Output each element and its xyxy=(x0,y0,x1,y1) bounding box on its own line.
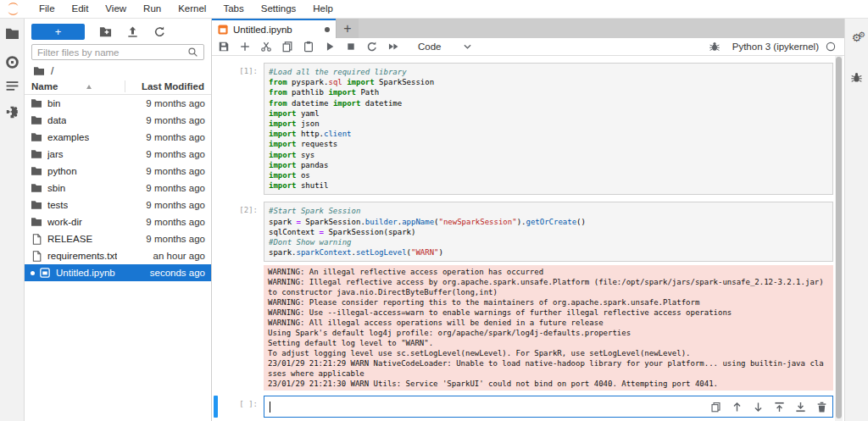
output-line: 23/01/29 21:21:29 WARN NativeCodeLoader:… xyxy=(268,358,829,368)
notebook-toolbar: Code Python 3 (ipykernel) xyxy=(212,38,844,56)
last-modified: an hour ago xyxy=(153,251,205,261)
home-folder-icon[interactable] xyxy=(33,66,45,76)
cell-editor[interactable]: #Start Spark Sessionspark = SparkSession… xyxy=(264,202,833,262)
insert-cell-below-icon[interactable] xyxy=(795,402,806,413)
file-row-requirements-txt[interactable]: requirements.txtan hour ago xyxy=(25,247,211,264)
file-row-release[interactable]: RELEASE9 months ago xyxy=(25,230,211,247)
menu-edit[interactable]: Edit xyxy=(64,0,97,18)
property-inspector-gears-icon[interactable]: ⚙⚙ xyxy=(852,32,862,47)
copy-icon[interactable] xyxy=(281,41,293,53)
file-browser-folder-icon[interactable] xyxy=(5,26,19,41)
save-icon[interactable] xyxy=(218,41,230,53)
file-browser-panel: + / xyxy=(25,19,212,421)
output-line: sses where applicable xyxy=(268,368,829,379)
file-name: python xyxy=(47,166,77,176)
run-icon[interactable] xyxy=(324,41,336,53)
code-line: spark = SparkSession.builder.appName("ne… xyxy=(269,217,828,227)
output-line: to constructor java.nio.DirectByteBuffer… xyxy=(268,287,829,297)
code-line: sqlContext = SparkSession(spark) xyxy=(269,227,828,237)
menu-kernel[interactable]: Kernel xyxy=(170,0,214,18)
menu-file[interactable]: File xyxy=(31,0,64,18)
file-name: tests xyxy=(47,200,68,210)
delete-cell-trash-icon[interactable] xyxy=(816,402,827,413)
jupyter-logo-icon xyxy=(6,2,20,16)
tab-untitled-ipynb[interactable]: Untitled.ipynb xyxy=(212,19,336,38)
file-list-header: Name Last Modified xyxy=(25,79,211,95)
file-row-bin[interactable]: bin9 months ago xyxy=(25,95,211,112)
cell-collapser[interactable] xyxy=(214,63,218,195)
move-cell-down-icon[interactable] xyxy=(753,402,764,413)
column-divider xyxy=(125,80,125,92)
new-launcher-button[interactable]: + xyxy=(31,24,85,40)
cell-editor[interactable]: #Load all the required libraryfrom pyspa… xyxy=(264,63,833,195)
stop-icon[interactable] xyxy=(345,41,357,53)
move-cell-up-icon[interactable] xyxy=(732,402,743,413)
menu-view[interactable]: View xyxy=(97,0,135,18)
file-row-work-dir[interactable]: work-dir9 months ago xyxy=(25,213,211,230)
debugger-panel-bug-icon[interactable] xyxy=(850,71,863,84)
output-line: Using Spark's default log4j profile: org… xyxy=(268,328,829,338)
cell-output-stderr: WARNING: An illegal reflective access op… xyxy=(264,265,833,391)
cell-type-select[interactable]: Code xyxy=(418,42,471,52)
output-line: Setting default log level to "WARN". xyxy=(268,338,829,348)
code-cell-2[interactable]: [2]:#Start Spark Sessionspark = SparkSes… xyxy=(214,202,844,391)
upload-icon[interactable] xyxy=(126,25,139,38)
running-kernels-icon[interactable] xyxy=(5,55,19,69)
search-icon xyxy=(187,47,198,58)
file-row-data[interactable]: data9 months ago xyxy=(25,112,211,129)
file-row-untitled-ipynb[interactable]: Untitled.ipynbseconds ago xyxy=(25,264,211,281)
file-name: Untitled.ipynb xyxy=(56,268,115,278)
menu-tabs[interactable]: Tabs xyxy=(214,0,252,18)
output-line: WARNING: Please consider reporting this … xyxy=(268,297,829,307)
code-line: #Dont Show warning xyxy=(269,237,828,247)
last-modified: 9 months ago xyxy=(146,183,205,193)
extension-manager-puzzle-icon[interactable] xyxy=(5,105,19,119)
folder-icon xyxy=(31,149,42,159)
column-header-name[interactable]: Name xyxy=(31,81,58,91)
kernel-status-idle-icon[interactable] xyxy=(826,42,836,52)
menu-help[interactable]: Help xyxy=(304,0,342,18)
run-all-icon[interactable] xyxy=(387,41,399,53)
last-modified: 9 months ago xyxy=(146,98,205,108)
file-name: requirements.txt xyxy=(47,251,117,261)
last-modified: 9 months ago xyxy=(146,234,205,244)
debugger-bug-icon[interactable] xyxy=(709,41,721,53)
menu-run[interactable]: Run xyxy=(135,0,170,18)
insert-cell-above-icon[interactable] xyxy=(774,402,785,413)
scrollbar-thumb[interactable] xyxy=(836,57,842,418)
filter-files-input[interactable] xyxy=(37,47,187,58)
new-folder-icon[interactable] xyxy=(99,25,112,38)
refresh-icon[interactable] xyxy=(153,25,166,38)
cell-collapser[interactable] xyxy=(214,202,218,391)
table-of-contents-icon[interactable] xyxy=(5,79,19,93)
breadcrumb[interactable]: / xyxy=(25,60,211,79)
kernel-name[interactable]: Python 3 (ipykernel) xyxy=(732,42,819,52)
empty-code-cell[interactable]: [ ]: xyxy=(214,396,844,418)
file-row-sbin[interactable]: sbin9 months ago xyxy=(25,180,211,197)
file-row-python[interactable]: python9 months ago xyxy=(25,163,211,180)
paste-icon[interactable] xyxy=(303,41,314,53)
file-row-tests[interactable]: tests9 months ago xyxy=(25,197,211,213)
file-row-jars[interactable]: jars9 months ago xyxy=(25,146,211,163)
menu-settings[interactable]: Settings xyxy=(253,0,305,18)
insert-cell-icon[interactable] xyxy=(239,41,251,53)
code-line: spark.sparkContext.setLogLevel("WARN") xyxy=(269,247,828,258)
file-name: bin xyxy=(47,98,60,108)
new-tab-button[interactable]: + xyxy=(336,19,359,38)
code-line: import json xyxy=(269,119,828,129)
notebook-scrollbar[interactable] xyxy=(835,56,843,421)
restart-kernel-icon[interactable] xyxy=(366,41,378,53)
file-name: RELEASE xyxy=(47,234,92,244)
file-name: jars xyxy=(47,149,64,159)
filter-files-box xyxy=(31,44,204,60)
code-cell-1[interactable]: [1]:#Load all the required libraryfrom p… xyxy=(214,63,844,195)
folder-icon xyxy=(31,183,42,193)
cell-collapser[interactable] xyxy=(214,396,218,418)
folder-icon xyxy=(31,98,42,108)
cell-editor[interactable] xyxy=(264,396,833,418)
file-row-examples[interactable]: examples9 months ago xyxy=(25,129,211,146)
code-line: import sys xyxy=(269,150,828,160)
cut-icon[interactable] xyxy=(260,41,272,53)
column-header-last-modified[interactable]: Last Modified xyxy=(142,81,204,91)
duplicate-cell-icon[interactable] xyxy=(710,402,721,413)
